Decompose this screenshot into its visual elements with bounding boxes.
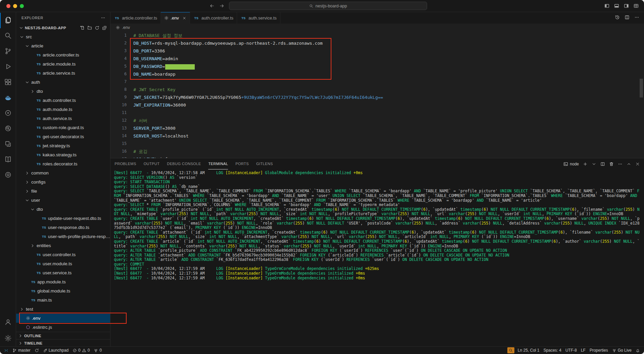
close-icon[interactable]: [182, 16, 186, 20]
tree-item-user.module.ts[interactable]: TSuser.module.ts: [16, 259, 110, 268]
toggle-panel-icon[interactable]: [614, 3, 619, 8]
tree-item-file[interactable]: file: [16, 187, 110, 196]
status-notifications[interactable]: [634, 347, 642, 354]
tree-item-update-user-request.dto.ts[interactable]: TSupdate-user-request.dto.ts: [16, 214, 110, 223]
timeline-section-header[interactable]: TIMELINE: [16, 339, 110, 347]
tab-article.controller.ts[interactable]: TSarticle.controller.ts: [110, 12, 161, 24]
outline-section-header[interactable]: OUTLINE: [16, 332, 110, 339]
tree-item-roles.decorator.ts[interactable]: TSroles.decorator.ts: [16, 159, 110, 168]
status-eol[interactable]: LF: [579, 347, 588, 354]
panel-tab-ports[interactable]: PORTS: [235, 158, 249, 169]
status-remote-indicator[interactable]: [2, 347, 10, 354]
tree-item-app.module.ts[interactable]: TSapp.module.ts: [16, 277, 110, 286]
tree-item-get-user.decorator.ts[interactable]: TSget-user.decorator.ts: [16, 132, 110, 141]
tree-item-kakao.strategy.ts[interactable]: TSkakao.strategy.ts: [16, 150, 110, 159]
more-actions-icon[interactable]: [634, 15, 639, 21]
status-sync[interactable]: [33, 347, 41, 354]
tree-item-common[interactable]: common: [16, 168, 110, 178]
close-window-button[interactable]: [6, 4, 10, 8]
tree-item-user.controller.ts[interactable]: TSuser.controller.ts: [16, 250, 110, 259]
status-git-branch[interactable]: master: [10, 347, 33, 354]
panel-tab-problems[interactable]: PROBLEMS: [114, 158, 136, 169]
editor-scrollbar[interactable]: [640, 79, 643, 97]
status-language-mode[interactable]: Properties: [588, 347, 610, 354]
activity-settings[interactable]: [0, 331, 16, 346]
activity-extensions[interactable]: [0, 75, 16, 90]
activity-gitlens[interactable]: [0, 121, 16, 136]
close-panel-icon[interactable]: [635, 162, 640, 166]
editor-pane[interactable]: 1# DATABASE 설정 정보2DB_HOST=rds-mysql-boar…: [110, 32, 644, 158]
activity-accounts[interactable]: [0, 315, 16, 331]
status-search-highlight[interactable]: [507, 347, 514, 353]
tree-item-auth.controller.ts[interactable]: TSauth.controller.ts: [16, 96, 110, 105]
activity-docs[interactable]: [0, 152, 16, 167]
new-folder-icon[interactable]: [87, 26, 92, 30]
tree-item-user[interactable]: user: [16, 196, 110, 205]
project-root-folder[interactable]: NESTJS-BOARD-APP: [16, 24, 110, 32]
panel-more-actions-icon[interactable]: [618, 162, 623, 166]
navigate-forward-icon[interactable]: [219, 3, 224, 8]
status-problems[interactable]: 00: [71, 347, 92, 354]
tab-.env[interactable]: .env: [161, 12, 190, 24]
status-encoding[interactable]: UTF-8: [563, 347, 579, 354]
breadcrumb[interactable]: .env: [110, 24, 644, 32]
activity-live-share[interactable]: [0, 136, 16, 152]
panel-tab-debug-console[interactable]: DEBUG CONSOLE: [167, 158, 201, 169]
kill-terminal-icon[interactable]: [609, 162, 614, 166]
new-terminal-icon[interactable]: [583, 162, 588, 166]
split-terminal-icon[interactable]: [600, 162, 605, 166]
tree-item-article.module.ts[interactable]: TSarticle.module.ts: [16, 60, 110, 69]
customize-layout-icon[interactable]: [634, 3, 639, 8]
command-center-search[interactable]: nestjs-board-app: [229, 2, 427, 10]
status-indentation[interactable]: Spaces: 4: [542, 347, 563, 354]
tree-item-.env[interactable]: .env: [16, 314, 110, 323]
tree-item-global.module.ts[interactable]: TSglobal.module.ts: [16, 286, 110, 296]
status-go-live[interactable]: Go Live: [610, 347, 634, 354]
new-file-icon[interactable]: [80, 26, 85, 30]
activity-docker[interactable]: [0, 90, 16, 106]
activity-source-control[interactable]: [0, 44, 16, 59]
toggle-secondary-sidebar-icon[interactable]: [624, 3, 629, 8]
activity-remote-explorer[interactable]: [0, 106, 16, 121]
status-cursor-position[interactable]: Ln 25, Col 1: [516, 347, 542, 354]
tree-item-article.controller.ts[interactable]: TSarticle.controller.ts: [16, 50, 110, 60]
activity-search[interactable]: [0, 28, 16, 44]
toggle-primary-sidebar-icon[interactable]: [604, 3, 609, 8]
tree-item-custom-role.guard.ts[interactable]: TScustom-role.guard.ts: [16, 123, 110, 132]
tree-item-auth.module.ts[interactable]: TSauth.module.ts: [16, 105, 110, 114]
tree-item-user-response.dto.ts[interactable]: TSuser-response.dto.ts: [16, 223, 110, 232]
terminal-dropdown-icon[interactable]: [592, 162, 596, 166]
tree-item-user-with-profile-picture-resp…[interactable]: TSuser-with-profile-picture-resp…: [16, 232, 110, 241]
terminal-output[interactable]: [Nest] 68477 - 10/04/2024, 12:17:58 AM L…: [110, 169, 644, 347]
tree-item-user.service.ts[interactable]: TSuser.service.ts: [16, 268, 110, 277]
tree-item-jwt.strategy.ts[interactable]: TSjwt.strategy.ts: [16, 141, 110, 150]
panel-tab-gitlens[interactable]: GITLENS: [256, 158, 273, 169]
views-more-actions-icon[interactable]: [101, 15, 105, 20]
tree-item-dto[interactable]: dto: [16, 87, 110, 96]
tree-item-auth[interactable]: auth: [16, 78, 110, 87]
panel-tab-output[interactable]: OUTPUT: [144, 158, 160, 169]
activity-run-and-debug[interactable]: [0, 59, 16, 75]
activity-extension-circle[interactable]: [0, 167, 16, 183]
tree-item-.eslintrc.js[interactable]: .eslintrc.js: [16, 323, 110, 332]
tree-item-article[interactable]: article: [16, 41, 110, 50]
refresh-explorer-icon[interactable]: [95, 26, 99, 30]
navigate-back-icon[interactable]: [210, 3, 215, 8]
maximize-panel-icon[interactable]: [627, 162, 631, 166]
minimize-window-button[interactable]: [13, 4, 17, 8]
tree-item-article.service.ts[interactable]: TSarticle.service.ts: [16, 69, 110, 78]
activity-explorer[interactable]: [0, 13, 16, 28]
zoom-window-button[interactable]: [20, 4, 24, 8]
timeline-history-icon[interactable]: [615, 15, 620, 21]
status-launchpad[interactable]: Launchpad: [41, 347, 71, 354]
terminal-profile[interactable]: node: [563, 162, 579, 166]
tree-item-main.ts[interactable]: TSmain.ts: [16, 296, 110, 305]
panel-tab-terminal[interactable]: TERMINAL: [208, 158, 228, 169]
tab-auth.service.ts[interactable]: TSauth.service.ts: [237, 12, 280, 24]
tree-item-test[interactable]: test: [16, 305, 110, 314]
tab-auth.controller.ts[interactable]: TSauth.controller.ts: [190, 12, 237, 24]
tree-item-dto[interactable]: dto: [16, 205, 110, 214]
tree-item-entities[interactable]: entities: [16, 241, 110, 250]
split-editor-icon[interactable]: [625, 15, 630, 21]
tree-item-configs[interactable]: configs: [16, 178, 110, 187]
